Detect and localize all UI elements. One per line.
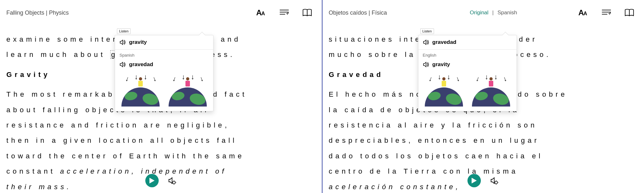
audio-settings-icon <box>168 176 177 185</box>
svg-point-13 <box>495 181 497 184</box>
svg-text:A: A <box>578 8 584 17</box>
popup-translation-row[interactable]: gravedad <box>115 58 213 72</box>
popup-translation-row[interactable]: gravity <box>418 58 517 72</box>
listen-label: Listen <box>420 28 434 34</box>
picture-dictionary-image: ↓ ↓ ↓ ↓ <box>120 75 161 107</box>
book-icon <box>302 8 312 17</box>
line-focus-button[interactable] <box>279 8 289 18</box>
audio-settings-button[interactable] <box>168 176 177 185</box>
dictionary-popup: Listen gravity Spanish gravedad ↓ ↓ ↓ ↓ <box>115 35 213 111</box>
popup-word-translation: gravity <box>432 61 450 68</box>
picture-dictionary-image: ↓ ↓ ↓ ↓ <box>470 75 512 107</box>
line-focus-icon <box>601 9 611 17</box>
header: Objetos caídos | Física Original | Spani… <box>329 6 635 19</box>
picture-dictionary-image: ↓ ↓ ↓ ↓ <box>423 75 465 107</box>
svg-text:A: A <box>261 11 265 16</box>
language-spanish-tab[interactable]: Spanish <box>497 10 517 16</box>
svg-text:A: A <box>583 11 587 16</box>
book-icon <box>624 8 634 17</box>
breadcrumb: Falling Objects | Physics <box>6 10 69 16</box>
svg-point-6 <box>173 181 175 184</box>
play-icon <box>149 178 155 183</box>
spanish-pane: Objetos caídos | Física Original | Spani… <box>322 0 644 193</box>
speaker-icon <box>423 62 429 67</box>
breadcrumb: Objetos caídos | Física <box>329 10 387 16</box>
toolbar: AA <box>578 8 634 18</box>
font-size-icon: AA <box>256 8 266 18</box>
popup-word-main: gravedad <box>432 39 457 45</box>
header: Falling Objects | Physics AA <box>6 6 312 19</box>
audio-player <box>145 174 177 187</box>
popup-lang-label: English <box>418 50 517 58</box>
play-button[interactable] <box>145 174 159 187</box>
popup-illustrations: ↓ ↓ ↓ ↓ ↓ ↓ ↓ ↓ <box>115 72 213 111</box>
svg-marker-12 <box>472 178 477 183</box>
audio-settings-icon <box>490 176 499 185</box>
line-focus-button[interactable] <box>601 8 611 18</box>
language-toggle: Original | Spanish <box>470 10 517 16</box>
picture-dictionary-image: ↓ ↓ ↓ ↓ <box>167 75 208 107</box>
popup-word-translation: gravedad <box>129 61 153 68</box>
book-button[interactable] <box>302 8 312 18</box>
font-size-icon: AA <box>578 8 589 18</box>
audio-settings-button[interactable] <box>490 176 499 185</box>
listen-label: Listen <box>117 28 131 34</box>
popup-lang-label: Spanish <box>115 50 213 58</box>
book-button[interactable] <box>624 8 634 18</box>
popup-word-main: gravity <box>129 39 147 45</box>
svg-text:A: A <box>256 8 262 17</box>
separator: | <box>492 10 494 16</box>
toolbar: AA <box>256 8 312 18</box>
speaker-icon <box>423 39 429 45</box>
speaker-icon <box>119 62 126 67</box>
popup-primary-row[interactable]: gravedad <box>418 35 517 50</box>
dictionary-popup: Listen gravedad English gravity ↓ ↓ <box>418 35 517 111</box>
popup-primary-row[interactable]: gravity <box>115 35 213 50</box>
audio-player <box>467 174 499 187</box>
language-original-tab[interactable]: Original <box>470 10 488 16</box>
line-focus-icon <box>279 9 289 17</box>
font-size-button[interactable]: AA <box>578 8 589 18</box>
font-size-button[interactable]: AA <box>256 8 266 18</box>
svg-marker-5 <box>149 178 155 183</box>
play-icon <box>472 178 477 183</box>
popup-illustrations: ↓ ↓ ↓ ↓ ↓ ↓ ↓ ↓ <box>418 72 517 111</box>
play-button[interactable] <box>467 174 481 187</box>
speaker-icon <box>119 39 126 45</box>
